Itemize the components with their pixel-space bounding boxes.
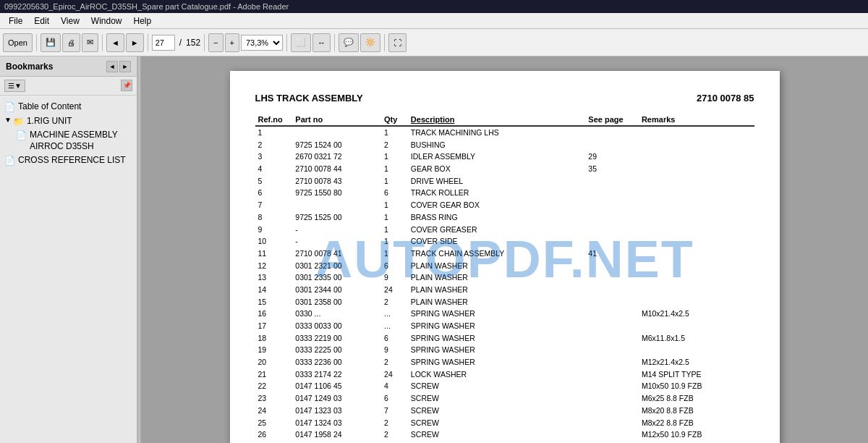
nav-next-button[interactable]: ►	[126, 33, 144, 52]
cell-seepage	[585, 308, 639, 320]
email-button[interactable]: ✉	[82, 33, 98, 52]
cell-remarks	[639, 224, 754, 236]
sidebar-expand-btn[interactable]: ►	[119, 61, 131, 72]
cell-qty: 7	[381, 405, 408, 417]
cell-qty: 24	[381, 284, 408, 296]
sidebar-controls: ◄ ►	[106, 61, 131, 72]
cell-seepage	[585, 175, 639, 187]
separator-2	[102, 34, 103, 51]
table-row: 11 2710 0078 41 1 TRACK CHAIN ASSEMBLY 4…	[255, 248, 754, 260]
cell-partno: 0333 0033 00	[292, 320, 381, 332]
cell-seepage	[585, 368, 639, 381]
table-row: 16 0330 ... ... SPRING WASHER M10x21.4x2…	[255, 308, 754, 320]
cell-desc: SPRING WASHER	[408, 308, 585, 320]
separator-5	[286, 34, 287, 51]
cell-partno: 0301 2321 00	[292, 260, 381, 272]
fit-page-button[interactable]: ⬜	[291, 33, 311, 52]
cell-refno: 23	[255, 392, 293, 405]
col-header-refno: Ref.no	[255, 114, 293, 126]
cell-partno: 2710 0078 41	[292, 248, 381, 260]
menu-edit[interactable]: Edit	[28, 14, 55, 28]
table-row: 23 0147 1249 03 6 SCREW M6x25 8.8 FZB	[255, 392, 754, 405]
cell-qty: 1	[381, 211, 408, 224]
sidebar: Bookmarks ◄ ► ☰▼ 📌 📄 Table of Content ▼ …	[0, 56, 137, 443]
menu-view[interactable]: View	[55, 14, 85, 28]
table-body: 1 1 TRACK MACHINING LHS 2 9725 1524 00 2…	[255, 126, 754, 443]
zoom-out-button[interactable]: −	[208, 33, 223, 52]
cell-refno: 3	[255, 151, 293, 163]
cell-partno: 0333 2236 00	[292, 356, 381, 368]
zoom-in-button[interactable]: +	[225, 33, 239, 52]
machine-icon: 📄	[16, 130, 27, 140]
cell-qty: 6	[381, 260, 408, 272]
sidebar-tree: 📄 Table of Content ▼ 📁 1.RIG UNIT 📄 MACH…	[0, 96, 137, 443]
cell-partno: -	[292, 235, 381, 248]
cell-desc: PLAIN WASHER	[408, 260, 585, 272]
cell-refno: 21	[255, 368, 293, 381]
cell-desc: SCREW	[408, 405, 585, 417]
cell-remarks	[639, 126, 754, 139]
open-button[interactable]: Open	[3, 33, 33, 52]
cell-remarks: M6x11.8x1.5	[639, 332, 754, 345]
cell-qty: 6	[381, 392, 408, 405]
table-row: 21 0333 2174 22 24 LOCK WASHER M14 SPLIT…	[255, 368, 754, 381]
highlight-button[interactable]: 🔆	[360, 33, 380, 52]
fullscreen-button[interactable]: ⛶	[388, 33, 407, 52]
cell-qty: 2	[381, 139, 408, 151]
sidebar-collapse-btn[interactable]: ◄	[106, 61, 118, 72]
cell-refno: 8	[255, 211, 293, 224]
table-row: 4 2710 0078 44 1 GEAR BOX 35	[255, 163, 754, 175]
cell-qty: 2	[381, 356, 408, 368]
fit-width-button[interactable]: ↔	[312, 33, 331, 52]
sidebar-pin-btn[interactable]: 📌	[121, 80, 132, 91]
cell-seepage: 35	[585, 163, 639, 175]
menu-file[interactable]: File	[3, 14, 28, 28]
cell-remarks	[639, 248, 754, 260]
nav-prev-button[interactable]: ◄	[106, 33, 124, 52]
cell-refno: 13	[255, 271, 293, 284]
sidebar-item-crossref[interactable]: 📄 CROSS REFERENCE LIST	[3, 153, 134, 168]
cell-seepage	[585, 332, 639, 345]
col-header-desc: Description	[408, 114, 585, 126]
cell-qty: 1	[381, 224, 408, 236]
save-button[interactable]: 💾	[41, 33, 61, 52]
sidebar-item-machine[interactable]: 📄 MACHINE ASSEMBLY AIRROC D35SH	[14, 128, 134, 153]
table-row: 5 2710 0078 43 1 DRIVE WHEEL	[255, 175, 754, 187]
cell-seepage	[585, 380, 639, 392]
cell-seepage	[585, 429, 639, 441]
cell-desc: GEAR BOX	[408, 163, 585, 175]
comment-button[interactable]: 💬	[339, 33, 359, 52]
sidebar-item-rig[interactable]: ▼ 📁 1.RIG UNIT	[3, 114, 134, 129]
cell-partno	[292, 126, 381, 139]
machine-label: MACHINE ASSEMBLY AIRROC D35SH	[30, 130, 132, 152]
cell-qty: 2	[381, 429, 408, 441]
header-row: Ref.no Part no Qty Description See page …	[255, 114, 754, 126]
toc-label: Table of Content	[18, 101, 81, 113]
menu-window[interactable]: Window	[85, 14, 128, 28]
cell-qty: 1	[381, 175, 408, 187]
print-button[interactable]: 🖨	[62, 33, 80, 52]
cell-refno: 20	[255, 356, 293, 368]
page-number-input[interactable]	[152, 35, 175, 51]
pdf-page: AUTOPDF.NET LHS TRACK ASSEMBLY 2710 0078…	[230, 71, 780, 443]
cell-partno: 0333 2219 00	[292, 332, 381, 345]
table-row: 20 0333 2236 00 2 SPRING WASHER M12x21.4…	[255, 356, 754, 368]
pdf-view[interactable]: AUTOPDF.NET LHS TRACK ASSEMBLY 2710 0078…	[141, 56, 868, 443]
cell-qty: 1	[381, 163, 408, 175]
cell-refno: 9	[255, 224, 293, 236]
table-row: 12 0301 2321 00 6 PLAIN WASHER	[255, 260, 754, 272]
cell-partno: 9725 1524 00	[292, 139, 381, 151]
cell-desc: PLAIN WASHER	[408, 284, 585, 296]
cell-qty: ...	[381, 308, 408, 320]
table-row: 19 0333 2225 00 9 SPRING WASHER	[255, 344, 754, 356]
table-row: 22 0147 1106 45 4 SCREW M10x50 10.9 FZB	[255, 380, 754, 392]
title-bar: 0992205630_Epiroc_AirROC_D35SH_Spare par…	[0, 0, 868, 13]
sidebar-options-btn[interactable]: ☰▼	[4, 80, 25, 92]
cell-remarks: M12x50 10.9 FZB	[639, 429, 754, 441]
zoom-select[interactable]: 73,3% 50% 75% 100% 125% 150%	[241, 35, 283, 51]
cell-refno: 18	[255, 332, 293, 345]
cell-partno: 9725 1525 00	[292, 211, 381, 224]
menu-help[interactable]: Help	[128, 14, 158, 28]
cell-qty: 24	[381, 368, 408, 381]
sidebar-item-toc[interactable]: 📄 Table of Content	[3, 100, 134, 114]
